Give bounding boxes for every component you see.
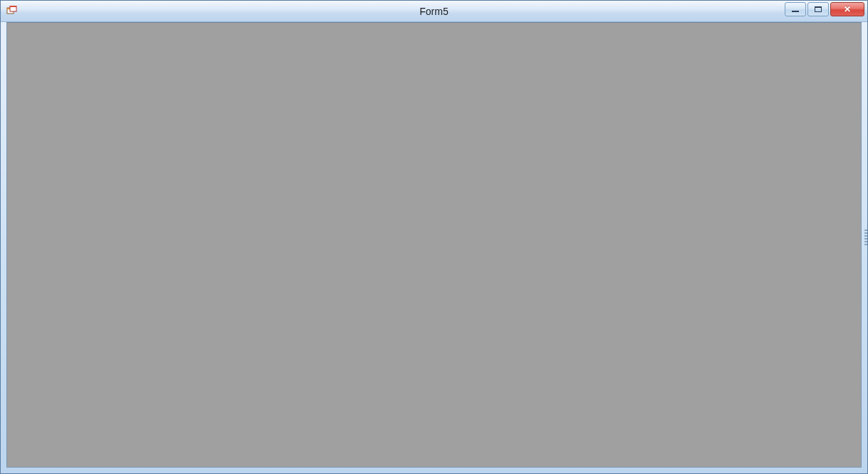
window-controls: ✕: [785, 2, 864, 16]
app-icon: [6, 6, 18, 17]
maximize-icon: [815, 6, 822, 12]
client-area: [6, 22, 862, 468]
maximize-button[interactable]: [807, 2, 829, 16]
titlebar[interactable]: Form5 ✕: [1, 1, 867, 22]
close-icon: ✕: [844, 5, 851, 14]
minimize-icon: [792, 11, 799, 12]
resize-grip-right[interactable]: [864, 230, 867, 245]
close-button[interactable]: ✕: [830, 2, 864, 16]
minimize-button[interactable]: [785, 2, 806, 16]
window-frame: Form5 ✕: [0, 0, 868, 474]
window-title: Form5: [1, 1, 867, 22]
svg-rect-3: [10, 6, 16, 7]
